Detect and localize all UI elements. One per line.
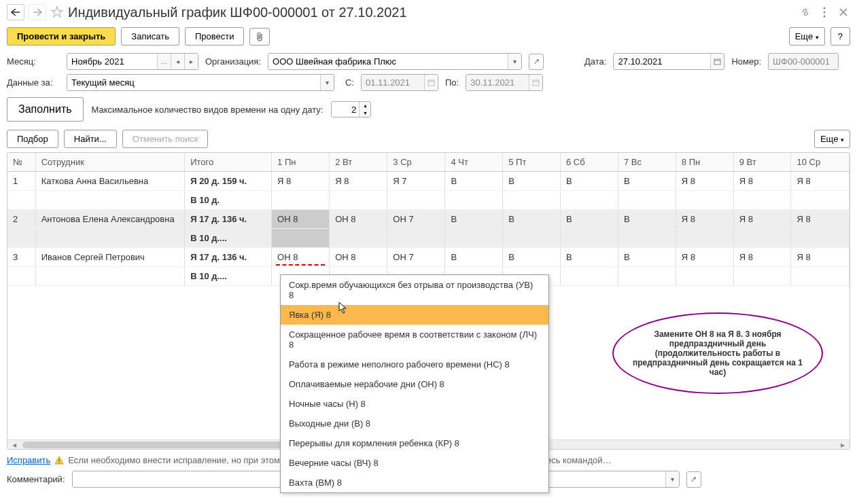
table-row[interactable]: 1 Каткова Анна Васильевна Я 20 д. 159 ч.…	[7, 172, 850, 191]
max-kinds-spinner[interactable]: ▲ ▼	[331, 101, 371, 118]
cell-day[interactable]	[791, 267, 850, 286]
cell-day[interactable]: В	[445, 248, 503, 267]
spinner-up-button[interactable]: ▲	[360, 102, 370, 109]
cancel-search-button[interactable]: Отменить поиск	[122, 130, 209, 148]
table-more-button[interactable]: Еще ▾	[814, 130, 850, 148]
data-for-select[interactable]: ▾	[67, 74, 334, 91]
cell-day[interactable]: Я 8	[791, 248, 850, 267]
col-d7[interactable]: 7 Вс	[618, 153, 676, 172]
cell-day[interactable]: ОН 7	[387, 248, 445, 267]
col-d1[interactable]: 1 Пн	[272, 153, 330, 172]
find-button[interactable]: Найти...	[64, 130, 117, 148]
dropdown-item[interactable]: Работа в режиме неполного рабочего време…	[281, 355, 548, 374]
cell-day[interactable]	[561, 229, 618, 248]
month-input[interactable]	[67, 54, 157, 69]
cell-day[interactable]	[618, 229, 676, 248]
post-and-close-button[interactable]: Провести и закрыть	[7, 27, 116, 46]
cell-day[interactable]: В	[445, 210, 503, 229]
cell-day[interactable]	[561, 191, 618, 210]
cell-day[interactable]	[272, 191, 330, 210]
month-input-group[interactable]: … ◂ ▸	[67, 53, 198, 70]
cell-employee[interactable]: Антонова Елена Александровна	[35, 210, 185, 229]
cell-day[interactable]	[733, 267, 791, 286]
cell-day[interactable]: В	[618, 210, 676, 229]
dropdown-item[interactable]: Сокр.время обучающихся без отрыва от про…	[281, 275, 548, 305]
dropdown-item[interactable]: Выходные дни (В) 8	[281, 414, 548, 433]
cell-day[interactable]: Я 8	[676, 210, 733, 229]
cell-total[interactable]: Я 17 д. 136 ч.	[185, 210, 272, 229]
cell-day[interactable]	[330, 229, 387, 248]
max-kinds-input[interactable]	[332, 102, 359, 117]
cell-day[interactable]: Я 8	[676, 248, 733, 267]
scroll-right-button[interactable]: ▶	[837, 440, 848, 450]
cell-day[interactable]	[272, 229, 330, 248]
dropdown-item[interactable]: Явка (Я) 8	[281, 305, 548, 325]
org-dropdown-button[interactable]: ▾	[508, 54, 521, 69]
cell-day[interactable]: В	[618, 248, 676, 267]
cell-total[interactable]: Я 20 д. 159 ч.	[185, 172, 272, 191]
cell-day[interactable]: Я 8	[733, 248, 791, 267]
cell-day[interactable]: Я 8	[791, 172, 850, 191]
cell-day[interactable]	[561, 267, 618, 286]
col-d4[interactable]: 4 Чт	[445, 153, 503, 172]
cell-day[interactable]: В	[561, 210, 618, 229]
cell-no[interactable]: 3	[7, 248, 35, 267]
org-input-group[interactable]: ▾	[268, 53, 522, 70]
month-prev-button[interactable]: ◂	[171, 54, 184, 69]
more-button[interactable]: Еще ▾	[789, 27, 825, 46]
col-d5[interactable]: 5 Пт	[503, 153, 561, 172]
cell-day[interactable]	[503, 229, 561, 248]
attach-button[interactable]	[249, 28, 270, 46]
date-picker-button[interactable]	[710, 54, 724, 69]
cell-day[interactable]: В	[503, 210, 561, 229]
dropdown-item[interactable]: Вахта (ВМ) 8	[281, 473, 548, 492]
cell-day[interactable]: ОН 8	[272, 248, 330, 267]
dropdown-item[interactable]: Сокращенное рабочее время в соответствии…	[281, 325, 548, 355]
save-button[interactable]: Записать	[121, 27, 179, 46]
col-d10[interactable]: 10 Ср	[791, 153, 850, 172]
col-total[interactable]: Итого	[185, 153, 272, 172]
cell-day[interactable]	[676, 191, 733, 210]
responsible-dropdown-button[interactable]: ▾	[665, 471, 679, 487]
col-d8[interactable]: 8 Пн	[676, 153, 733, 172]
cell-no[interactable]: 2	[7, 210, 35, 229]
cell-day[interactable]	[618, 267, 676, 286]
col-d2[interactable]: 2 Вт	[330, 153, 387, 172]
cell-day[interactable]	[503, 191, 561, 210]
cell-day[interactable]: Я 8	[330, 172, 387, 191]
star-icon[interactable]	[50, 5, 64, 19]
link-icon[interactable]	[799, 5, 812, 19]
cell-total2[interactable]: В 10 д.	[185, 191, 272, 210]
spinner-down-button[interactable]: ▼	[360, 109, 370, 117]
cell-day[interactable]: ОН 8	[330, 248, 387, 267]
cell-day[interactable]: Я 8	[676, 172, 733, 191]
cell-day[interactable]: В	[561, 172, 618, 191]
help-button[interactable]: ?	[830, 27, 850, 46]
cell-day[interactable]	[791, 229, 850, 248]
nav-back-button[interactable]	[7, 4, 24, 20]
month-select-button[interactable]: …	[157, 54, 171, 69]
table-row[interactable]: 3 Иванов Сергей Петрович Я 17 д. 136 ч.О…	[7, 248, 850, 267]
cell-day[interactable]	[791, 191, 850, 210]
table-row[interactable]: 2 Антонова Елена Александровна Я 17 д. 1…	[7, 210, 850, 229]
cell-day[interactable]	[330, 191, 387, 210]
col-d9[interactable]: 9 Вт	[733, 153, 791, 172]
close-button[interactable]	[837, 5, 850, 19]
dropdown-item[interactable]: Перерывы для кормления ребенка (КР) 8	[281, 433, 548, 453]
cell-no[interactable]: 1	[7, 172, 35, 191]
table-row[interactable]: В 10 д.	[7, 191, 850, 210]
date-input[interactable]	[614, 54, 710, 69]
cell-day[interactable]	[618, 191, 676, 210]
col-employee[interactable]: Сотрудник	[35, 153, 185, 172]
responsible-open-button[interactable]: ↗	[686, 471, 701, 488]
month-next-button[interactable]: ▸	[184, 54, 198, 69]
cell-day[interactable]: ОН 8	[272, 210, 330, 229]
cell-day[interactable]	[387, 229, 445, 248]
cell-day[interactable]: В	[503, 248, 561, 267]
cell-day[interactable]: ОН 7	[387, 210, 445, 229]
time-type-dropdown[interactable]: Сокр.время обучающихся без отрыва от про…	[280, 274, 549, 493]
col-d3[interactable]: 3 Ср	[387, 153, 445, 172]
data-for-input[interactable]	[67, 75, 320, 90]
fix-link[interactable]: Исправить	[7, 455, 50, 465]
cell-day[interactable]: В	[445, 172, 503, 191]
